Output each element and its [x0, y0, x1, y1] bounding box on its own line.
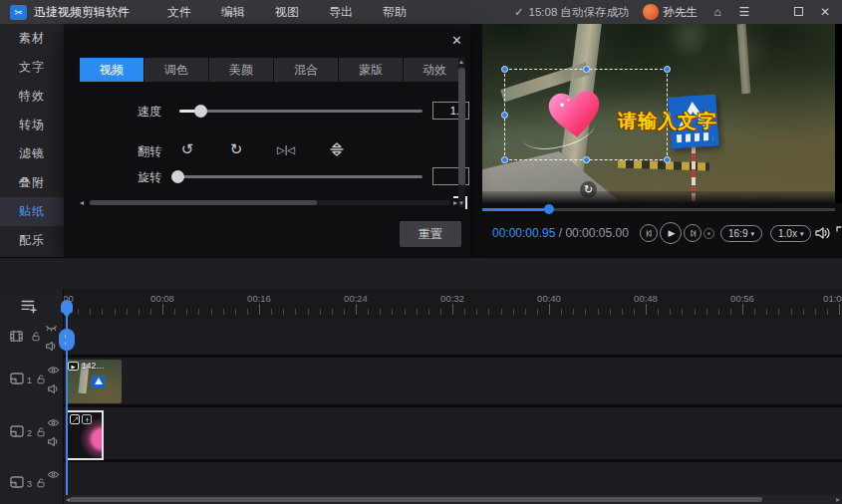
timeline-hscroll-right-arrow[interactable]: ▸	[836, 495, 840, 504]
rotate-slider[interactable]	[175, 175, 422, 178]
selection-handle-n[interactable]	[583, 66, 590, 73]
track-2-visibility[interactable]	[47, 416, 60, 429]
eye-icon	[47, 364, 60, 377]
eye-icon	[47, 468, 60, 481]
timeline-hscroll-thumb[interactable]	[70, 497, 762, 502]
menubar: 文件 编辑 视图 导出 帮助	[167, 4, 407, 21]
user-account[interactable]: 孙先生	[643, 4, 699, 20]
sticker-properties-panel: ✕ 视频 调色 美颜 混合 蒙版 动效 速度 1.0 翻转 ↺ ↻ ▷|◁ 旋转…	[64, 28, 470, 257]
track-3-lock[interactable]	[35, 477, 47, 489]
selection-handle-se[interactable]	[664, 156, 671, 163]
titlebar: ✂ 迅捷视频剪辑软件 文件 编辑 视图 导出 帮助 ✓ 15:08 自动保存成功…	[0, 0, 842, 24]
video-canvas[interactable]: 请输入文字 ↻	[482, 24, 835, 203]
flip-horizontal-button[interactable]: ▷|◁	[276, 139, 296, 159]
record-dot-icon	[707, 232, 710, 235]
close-button[interactable]: ✕	[818, 5, 832, 19]
reset-button[interactable]: 重置	[400, 221, 461, 247]
panel-vscroll-up-arrow[interactable]: ▲	[458, 58, 464, 66]
track-lane-1[interactable]	[64, 358, 842, 404]
text-sticker[interactable]: 请输入文字	[618, 109, 717, 134]
app-menu-button[interactable]: ☰	[737, 5, 751, 19]
track-main-lock[interactable]	[30, 331, 42, 343]
rotate-ccw-button[interactable]: ↺	[177, 139, 197, 159]
track-2-mute[interactable]	[47, 435, 60, 448]
play-button[interactable]: ▶	[660, 222, 682, 244]
track-1-mute[interactable]	[47, 382, 60, 395]
volume-button[interactable]	[814, 225, 830, 241]
prev-frame-button[interactable]	[640, 224, 658, 242]
selection-handle-nw[interactable]	[501, 66, 508, 73]
playhead-line[interactable]	[66, 317, 68, 495]
tab-motion[interactable]: 动效	[404, 58, 465, 82]
tab-beauty[interactable]: 美颜	[209, 58, 273, 82]
menu-file[interactable]: 文件	[167, 4, 191, 21]
home-button[interactable]: ⌂	[710, 5, 724, 19]
sidebar-item-music[interactable]: 配乐	[0, 226, 64, 255]
selection-handle-ne[interactable]	[664, 66, 671, 73]
speaker-icon	[47, 382, 60, 395]
track-2-lock[interactable]	[35, 426, 47, 438]
menu-edit[interactable]: 编辑	[221, 4, 245, 21]
track-main-visibility[interactable]	[45, 321, 58, 334]
rotate-ccw-icon: ↺	[181, 140, 194, 158]
selection-handle-sw[interactable]	[501, 156, 508, 163]
selection-handle-s[interactable]	[583, 156, 590, 163]
fullscreen-button[interactable]	[835, 225, 842, 241]
add-track-button[interactable]	[20, 297, 38, 315]
record-button[interactable]	[703, 228, 714, 239]
track-3-visibility[interactable]	[47, 468, 60, 481]
track-1-lock[interactable]	[35, 374, 47, 385]
track-2-type-icon	[9, 423, 25, 439]
track-main-mute[interactable]	[45, 340, 58, 353]
panel-close-button[interactable]: ✕	[451, 33, 462, 48]
rotate-handle[interactable]: ↻	[580, 181, 597, 198]
speed-slider[interactable]	[179, 110, 422, 113]
ruler-label: 00:40	[537, 293, 561, 304]
flip-vertical-button[interactable]	[327, 139, 347, 159]
sidebar-item-transitions[interactable]: 转场	[0, 111, 64, 139]
video-right-matte	[835, 24, 842, 203]
selection-handle-w[interactable]	[501, 112, 508, 119]
panel-hscrollbar[interactable]	[90, 200, 450, 205]
avatar[interactable]	[643, 4, 659, 20]
rotate-cw-button[interactable]: ↻	[226, 139, 246, 159]
aspect-ratio-select[interactable]: 16:9▾	[720, 225, 762, 242]
maximize-button[interactable]	[791, 5, 805, 19]
speed-slider-handle[interactable]	[194, 105, 207, 118]
video-clip[interactable]: ▶ 142…	[66, 360, 122, 403]
playhead-handle[interactable]	[61, 300, 73, 313]
track-lane-3[interactable]	[64, 462, 842, 495]
seek-bar-progress	[482, 208, 550, 211]
menu-view[interactable]: 视图	[275, 4, 299, 21]
panel-hscroll-thumb[interactable]	[90, 200, 317, 205]
total-time: 00:00:05.00	[565, 226, 628, 240]
sidebar-item-stickers[interactable]: 贴纸	[0, 197, 64, 226]
tab-video[interactable]: 视频	[80, 58, 143, 82]
next-frame-button[interactable]	[684, 224, 702, 242]
sidebar-item-filters[interactable]: 滤镜	[0, 139, 64, 168]
track-lane-main[interactable]	[64, 319, 842, 355]
tab-color[interactable]: 调色	[144, 58, 208, 82]
track-1-visibility[interactable]	[47, 364, 60, 377]
track-lane-2[interactable]	[64, 407, 842, 459]
panel-vscroll-thumb[interactable]	[458, 68, 465, 185]
timeline-hscrollbar[interactable]: ◂ ▸	[64, 495, 842, 504]
menu-help[interactable]: 帮助	[383, 4, 407, 21]
tab-blend[interactable]: 混合	[274, 58, 338, 82]
sidebar-item-overlay[interactable]: 叠附	[0, 168, 64, 197]
sidebar-item-material[interactable]: 素材	[0, 24, 64, 53]
sticker-clip-selected[interactable]	[66, 410, 104, 460]
panel-vscroll-down-arrow[interactable]: ▼	[458, 199, 464, 207]
rotate-slider-handle[interactable]	[171, 170, 184, 183]
app-logo-icon: ✂	[10, 5, 27, 20]
sidebar-item-text[interactable]: 文字	[0, 53, 64, 82]
playback-rate-select[interactable]: 1.0x▾	[770, 225, 811, 242]
panel-vscrollbar[interactable]: ▲ ▼	[458, 58, 465, 207]
seek-handle[interactable]	[544, 204, 554, 214]
panel-hscroll-left-arrow[interactable]: ◂	[80, 199, 84, 207]
tab-mask[interactable]: 蒙版	[339, 58, 403, 82]
rotate-cw-icon: ↻	[230, 140, 243, 158]
menu-export[interactable]: 导出	[329, 4, 353, 21]
sidebar-item-effects[interactable]: 特效	[0, 82, 64, 111]
rotate-label: 旋转	[138, 169, 167, 186]
